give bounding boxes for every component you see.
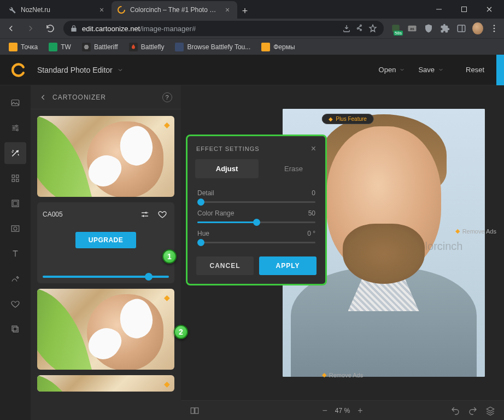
close-window-button[interactable]	[477, 0, 502, 19]
chevron-down-icon	[399, 67, 405, 73]
effect-intensity-slider[interactable]	[43, 276, 169, 278]
side-panel-icon[interactable]	[456, 23, 467, 34]
svg-rect-18	[16, 179, 19, 182]
share-icon[interactable]	[355, 24, 364, 33]
tool-rail	[0, 85, 31, 420]
zoom-out-button[interactable]: −	[322, 406, 327, 416]
extension-icons: 58s as	[390, 23, 500, 34]
compare-icon[interactable]	[190, 406, 200, 416]
undo-button[interactable]	[450, 406, 460, 416]
back-chevron-icon[interactable]	[39, 94, 47, 101]
tab-adjust[interactable]: Adjust	[195, 159, 259, 178]
panel-header: CARTOONIZER ?	[31, 85, 181, 109]
slider-track[interactable]	[197, 201, 315, 203]
tab-colorcinch[interactable]: Colorcinch – The #1 Photo Editor ×	[112, 1, 237, 19]
editor-mode-dropdown[interactable]: Standard Photo Editor	[37, 66, 124, 74]
window-titlebar: NozNet.ru × Colorcinch – The #1 Photo Ed…	[0, 0, 504, 19]
effect-thumb[interactable]: ◆	[37, 289, 174, 370]
plus-feature-badge[interactable]: ◆Plus Feature	[321, 114, 374, 124]
remove-ads-link[interactable]: ◆Remove Ads	[455, 228, 496, 235]
tool-draw-icon[interactable]	[4, 268, 26, 290]
svg-rect-11	[11, 100, 19, 106]
tool-grid-icon[interactable]	[4, 167, 26, 189]
app-header: Standard Photo Editor Open Save Reset	[0, 55, 504, 85]
tool-vignette-icon[interactable]	[4, 218, 26, 240]
apply-button[interactable]: APPLY	[259, 256, 317, 275]
upgrade-button[interactable]: UPGRADE	[75, 232, 137, 248]
slider-track[interactable]	[197, 242, 315, 243]
back-button[interactable]	[4, 22, 17, 35]
slider-label: Detail	[197, 189, 214, 197]
tool-frame-icon[interactable]	[4, 192, 26, 214]
save-dropdown[interactable]: Save	[418, 66, 444, 74]
panel-title: CARTOONIZER	[52, 94, 106, 101]
bookmark-item[interactable]: Фермы	[257, 40, 299, 54]
extension-shield-icon[interactable]	[423, 23, 434, 34]
settings-sliders-icon[interactable]	[138, 208, 151, 221]
close-icon[interactable]: ×	[311, 144, 317, 154]
lock-icon	[70, 25, 78, 32]
forward-button[interactable]	[24, 22, 37, 35]
app-logo-icon[interactable]	[11, 62, 26, 78]
close-icon[interactable]: ×	[223, 5, 232, 14]
tool-sliders-icon[interactable]	[4, 117, 26, 139]
svg-rect-2	[462, 7, 467, 12]
tab-noznet[interactable]: NozNet.ru ×	[2, 1, 112, 19]
svg-rect-6	[458, 25, 465, 32]
annotation-callout-1: 1	[162, 249, 177, 264]
slider-label: Color Range	[197, 209, 234, 217]
effect-thumb[interactable]: ◆	[37, 116, 174, 197]
watermark-text: lorcinch	[425, 240, 463, 253]
slider-hue: Hue0 °	[197, 230, 315, 243]
bookmark-item[interactable]: Точка	[4, 40, 42, 54]
tool-image-icon[interactable]	[4, 92, 26, 114]
close-icon[interactable]: ×	[97, 5, 106, 14]
profile-avatar[interactable]	[472, 23, 483, 34]
reset-button[interactable]: Reset	[457, 61, 493, 78]
bookmark-star-icon[interactable]	[368, 24, 377, 33]
tool-text-icon[interactable]	[4, 243, 26, 265]
browser-toolbar: edit.cartoonize.net/image-manager# 58s a…	[0, 19, 504, 38]
bottom-toolbar: − 47 % +	[181, 400, 504, 420]
svg-rect-19	[12, 200, 19, 207]
bookmark-item[interactable]: Battlefly	[125, 40, 169, 54]
cancel-button[interactable]: CANCEL	[196, 256, 254, 275]
tool-layers-icon[interactable]	[4, 318, 26, 340]
svg-text:as: as	[410, 27, 414, 31]
bookmark-item[interactable]: Battleriff	[78, 40, 122, 54]
window-controls	[426, 0, 502, 19]
bookmark-item[interactable]: Browse Battlefy Tou...	[171, 40, 255, 54]
help-icon[interactable]: ?	[162, 92, 172, 102]
redo-button[interactable]	[468, 406, 478, 416]
svg-rect-20	[13, 201, 17, 206]
address-bar[interactable]: edit.cartoonize.net/image-manager#	[63, 21, 384, 36]
extensions-puzzle-icon[interactable]	[439, 23, 450, 34]
url-text: edit.cartoonize.net/image-manager#	[82, 25, 338, 33]
bookmarks-bar: Точка TW Battleriff Battlefly Browse Bat…	[0, 38, 504, 55]
minimize-button[interactable]	[426, 0, 452, 19]
zoom-in-button[interactable]: +	[358, 406, 362, 416]
open-dropdown[interactable]: Open	[379, 66, 406, 74]
tab-erase[interactable]: Erase	[262, 159, 325, 178]
reload-button[interactable]	[44, 22, 57, 35]
remove-ads-link[interactable]: ◆Remove Ads	[322, 371, 363, 378]
tool-magic-wand-icon[interactable]	[4, 142, 26, 164]
favorite-heart-icon[interactable]	[156, 208, 169, 221]
zoom-controls: − 47 % +	[322, 406, 362, 416]
slider-track[interactable]	[197, 221, 315, 223]
extension-as-icon[interactable]: as	[407, 23, 418, 34]
new-tab-button[interactable]: +	[237, 3, 253, 19]
tool-heart-icon[interactable]	[4, 293, 26, 315]
svg-rect-28	[195, 407, 198, 413]
svg-point-8	[494, 25, 495, 26]
svg-rect-16	[16, 175, 19, 178]
extension-timer-icon[interactable]: 58s	[390, 23, 401, 34]
menu-kebab-icon[interactable]	[489, 23, 500, 34]
install-icon[interactable]	[342, 24, 351, 33]
bookmark-item[interactable]: TW	[44, 40, 75, 54]
layers-stack-icon[interactable]	[485, 406, 495, 416]
effect-list[interactable]: ◆ CA005 UPGRADE ◆	[31, 109, 181, 420]
svg-rect-23	[13, 327, 18, 332]
maximize-button[interactable]	[452, 0, 477, 19]
effect-thumb[interactable]: ◆	[37, 375, 174, 392]
